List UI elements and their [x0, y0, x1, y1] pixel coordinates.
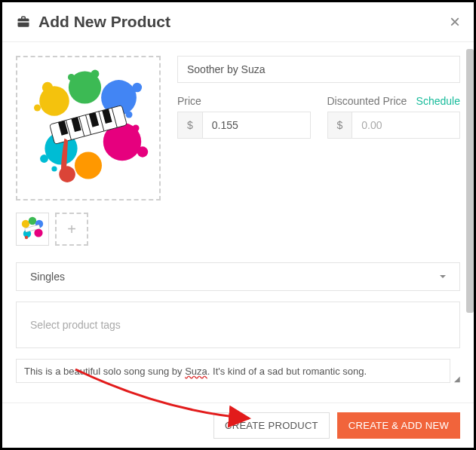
create-product-button[interactable]: CREATE PRODUCT — [213, 412, 330, 439]
chevron-down-icon — [440, 275, 446, 278]
thumbnail-image — [17, 214, 48, 244]
svg-point-5 — [68, 74, 75, 81]
svg-point-11 — [133, 125, 140, 132]
close-button[interactable]: × — [450, 13, 460, 31]
category-select[interactable]: Singles — [16, 262, 460, 291]
modal-body: + Price $ — [2, 42, 474, 403]
product-name-input[interactable] — [177, 56, 460, 83]
svg-point-26 — [22, 220, 29, 228]
svg-point-15 — [75, 152, 102, 179]
svg-point-13 — [40, 155, 48, 163]
price-input-group: $ — [177, 112, 311, 139]
discount-price-input[interactable] — [352, 112, 460, 139]
svg-point-1 — [42, 82, 53, 93]
thumbnail[interactable] — [16, 213, 49, 246]
discount-input-group: $ — [327, 112, 461, 139]
svg-point-27 — [29, 217, 36, 225]
price-input[interactable] — [202, 112, 311, 139]
svg-point-2 — [34, 105, 41, 112]
tags-input[interactable]: Select product tags — [16, 302, 460, 348]
category-selected: Singles — [30, 271, 65, 283]
currency-addon: $ — [327, 112, 352, 139]
svg-point-29 — [34, 228, 42, 237]
discount-price-label: Discounted Price — [327, 95, 407, 107]
thumbnail-row: + — [16, 213, 161, 246]
modal-title-wrap: Add New Product — [16, 13, 170, 31]
svg-point-10 — [137, 146, 148, 157]
description-input[interactable]: This is a beautiful solo song sung by Su… — [16, 359, 450, 383]
modal-header: Add New Product × — [2, 2, 474, 42]
resize-handle-icon[interactable] — [453, 375, 460, 383]
svg-point-32 — [25, 236, 28, 239]
svg-point-8 — [126, 112, 133, 118]
create-and-add-new-button[interactable]: CREATE & ADD NEW — [337, 412, 460, 439]
svg-point-4 — [91, 70, 100, 78]
svg-point-14 — [51, 166, 57, 171]
modal: Add New Product × — [2, 2, 474, 448]
briefcase-icon — [16, 15, 31, 29]
modal-footer: CREATE PRODUCT CREATE & ADD NEW — [2, 403, 474, 448]
add-thumbnail-button[interactable]: + — [55, 213, 88, 246]
currency-addon: $ — [177, 112, 202, 139]
modal-title: Add New Product — [38, 13, 170, 31]
svg-point-7 — [133, 83, 143, 93]
product-image-uploader[interactable] — [16, 56, 161, 201]
schedule-link[interactable]: Schedule — [416, 95, 460, 107]
price-label: Price — [177, 95, 201, 107]
product-image-preview — [20, 60, 156, 196]
